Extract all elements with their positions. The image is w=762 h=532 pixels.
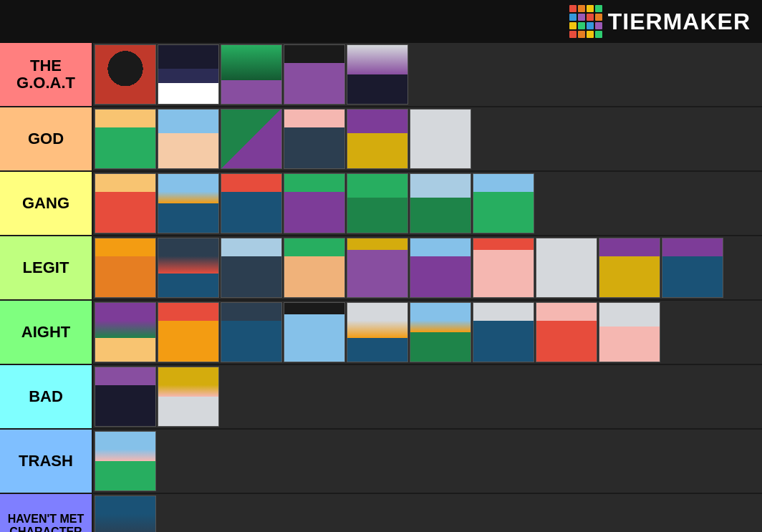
tier-item-image [347, 302, 408, 362]
tier-item[interactable] [410, 238, 471, 298]
tier-item[interactable] [536, 238, 597, 298]
tier-item[interactable] [473, 302, 534, 362]
header: TiERMAKER [0, 0, 762, 43]
tier-item-image [410, 238, 471, 298]
tier-item[interactable] [95, 173, 156, 233]
tier-item[interactable] [95, 109, 156, 169]
tier-label-aight: AIGHT [0, 301, 93, 364]
tier-item[interactable] [95, 44, 156, 105]
tier-item-image [536, 302, 597, 362]
tier-item[interactable] [158, 302, 219, 362]
tier-item-image [95, 495, 156, 532]
tier-item-image [284, 109, 345, 169]
tier-item-image [221, 173, 282, 233]
tier-item[interactable] [473, 238, 534, 298]
tier-item[interactable] [347, 109, 408, 169]
logo-cell [587, 5, 594, 12]
tier-item-image [347, 238, 408, 298]
tier-row-goat: THE G.O.A.T [0, 43, 762, 107]
tier-item[interactable] [347, 44, 408, 105]
logo-cell [569, 5, 577, 12]
tier-items-gang [93, 172, 762, 235]
tier-item[interactable] [284, 109, 345, 169]
tier-items-trash [93, 430, 762, 493]
tier-label-legit: LEGIT [0, 236, 93, 299]
tier-item[interactable] [95, 238, 156, 298]
tier-item-image [221, 44, 282, 105]
tier-item[interactable] [221, 238, 282, 298]
logo-cell [578, 31, 585, 38]
tier-item-image [95, 109, 156, 169]
tier-row-legit: LEGIT [0, 236, 762, 301]
tier-item[interactable] [347, 302, 408, 362]
tier-item[interactable] [284, 238, 345, 298]
tier-item[interactable] [284, 44, 345, 105]
tier-item[interactable] [95, 495, 156, 532]
tier-item[interactable] [158, 173, 219, 233]
logo-cell [587, 22, 594, 29]
tier-item-image [410, 173, 471, 233]
tier-item[interactable] [221, 302, 282, 362]
tier-item[interactable] [95, 367, 156, 427]
tier-label-god: GOD [0, 107, 93, 170]
tier-item[interactable] [662, 238, 723, 298]
tier-item-image [347, 109, 408, 169]
tier-item[interactable] [95, 302, 156, 362]
tier-row-bad: BAD [0, 365, 762, 430]
tier-item[interactable] [599, 302, 660, 362]
tier-item-image [284, 302, 345, 362]
tier-item-image [347, 173, 408, 233]
tier-item[interactable] [410, 109, 471, 169]
tier-item[interactable] [95, 431, 156, 491]
logo-cell [578, 14, 585, 21]
tier-item-image [95, 367, 156, 427]
logo-cell [569, 14, 577, 21]
tier-item-image [158, 173, 219, 233]
tier-item[interactable] [158, 367, 219, 427]
tier-item[interactable] [284, 302, 345, 362]
tier-item-image [662, 238, 723, 298]
tier-item-image [410, 109, 471, 169]
tier-item[interactable] [221, 44, 282, 105]
tier-item-image [158, 109, 219, 169]
tier-item[interactable] [473, 173, 534, 233]
tier-row-gang: GANG [0, 172, 762, 236]
tier-item-image [95, 302, 156, 362]
tier-item-image [221, 302, 282, 362]
tier-item[interactable] [221, 173, 282, 233]
tiermaker-logo-text: TiERMAKER [608, 9, 751, 35]
tier-item[interactable] [158, 109, 219, 169]
logo-cell [595, 5, 602, 12]
tier-label-trash: TRASH [0, 430, 93, 493]
tier-item[interactable] [347, 173, 408, 233]
tier-item[interactable] [599, 238, 660, 298]
tier-item-image [599, 302, 660, 362]
tier-items-legit [93, 236, 762, 299]
tier-item-image [473, 302, 534, 362]
tier-items-aight [93, 301, 762, 364]
tier-item[interactable] [158, 44, 219, 105]
tier-item-image [221, 109, 282, 169]
tier-item[interactable] [536, 302, 597, 362]
tier-item-image [284, 44, 345, 105]
tier-list: TiERMAKER THE G.O.A.TGODGANGLEGITAIGHTBA… [0, 0, 762, 532]
tier-item[interactable] [410, 302, 471, 362]
tier-item[interactable] [410, 173, 471, 233]
logo-cell [578, 22, 585, 29]
tier-label-goat: THE G.O.A.T [0, 43, 93, 106]
tier-item-image [473, 173, 534, 233]
tier-item[interactable] [347, 238, 408, 298]
logo-cell [569, 31, 577, 38]
logo-cell [569, 22, 577, 29]
logo-grid-icon [569, 5, 602, 38]
tier-item[interactable] [221, 109, 282, 169]
tier-item[interactable] [158, 238, 219, 298]
tier-item[interactable] [284, 173, 345, 233]
tier-row-god: GOD [0, 107, 762, 172]
tier-row-havent: HAVEN'T MET CHARACTER [0, 494, 762, 532]
tier-item-image [95, 44, 156, 105]
tier-rows-container: THE G.O.A.TGODGANGLEGITAIGHTBADTRASHHAVE… [0, 43, 762, 532]
tier-items-havent [93, 494, 762, 532]
tier-label-gang: GANG [0, 172, 93, 235]
tier-label-havent: HAVEN'T MET CHARACTER [0, 494, 93, 532]
